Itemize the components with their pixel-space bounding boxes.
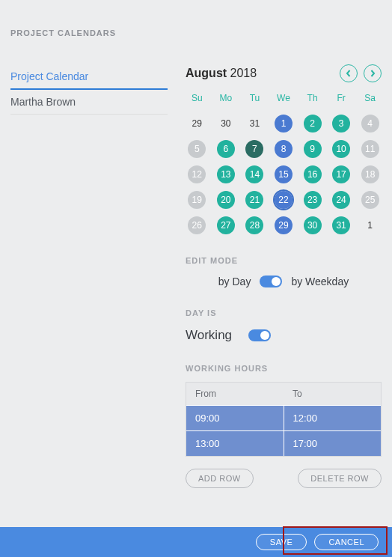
edit-mode-by-day: by Day [218,276,251,287]
table-row[interactable]: 13:0017:00 [186,430,381,456]
dow-header: Tu [243,90,266,108]
calendar-day[interactable]: 14 [243,165,266,184]
working-hours-header: From To [186,383,381,405]
calendar-day[interactable]: 11 [358,139,382,159]
calendar-grid: SuMoTuWeThFrSa29303112345678910111213141… [186,90,382,235]
calendar-day[interactable]: 12 [186,165,209,184]
calendar-year: 2018 [230,67,257,79]
calendar-month: August [186,67,227,79]
edit-mode-row: by Day by Weekday [186,276,382,287]
calendar-day[interactable]: 1 [358,216,382,235]
dow-header: Fr [330,90,353,108]
sidebar: Project CalendarMartha Brown [10,64,168,488]
calendar-day[interactable]: 25 [358,190,382,210]
calendar-day[interactable]: 9 [301,139,324,159]
chevron-right-icon [369,70,376,77]
save-button[interactable]: SAVE [256,534,307,550]
working-hours-table: From To 09:0012:0013:0017:00 [186,382,382,457]
chevron-left-icon [345,70,352,77]
edit-mode-label: EDIT MODE [186,256,382,265]
calendar-day[interactable]: 6 [215,139,238,159]
calendar-day[interactable]: 20 [215,190,238,210]
table-row[interactable]: 09:0012:00 [186,405,381,430]
footer-bar: SAVE CANCEL [0,527,392,557]
content-area: Project CalendarMartha Brown August 2018… [0,37,392,488]
calendar-day[interactable]: 3 [330,114,353,133]
wh-header-to: To [284,383,381,405]
calendar-title: August 2018 [186,67,257,80]
delete-row-button[interactable]: DELETE ROW [298,469,382,488]
dow-header: Su [186,90,209,108]
calendar-day[interactable]: 13 [215,165,238,184]
wh-from[interactable]: 13:00 [186,430,284,456]
sidebar-item-0[interactable]: Project Calendar [10,64,168,90]
dow-header: Mo [215,90,238,108]
calendar-day[interactable]: 5 [186,139,209,159]
calendar-day[interactable]: 16 [301,165,324,184]
main-panel: August 2018 SuMoTuWeThFrSa29303112345678… [168,64,382,488]
working-hours-buttons: ADD ROW DELETE ROW [186,469,382,488]
edit-mode-by-weekday: by Weekday [291,276,349,287]
dow-header: Sa [358,90,382,108]
calendar-day[interactable]: 30 [215,114,238,133]
wh-to[interactable]: 12:00 [284,405,382,430]
prev-month-button[interactable] [340,64,358,82]
calendar-day[interactable]: 19 [186,190,209,210]
wh-to[interactable]: 17:00 [284,430,382,456]
dow-header: Th [301,90,324,108]
day-is-row: Working [186,328,382,343]
dow-header: We [272,90,295,108]
page-title: PROJECT CALENDARS [0,0,392,37]
calendar-day[interactable]: 10 [330,139,353,159]
calendar-day[interactable]: 23 [301,190,324,210]
sidebar-item-1[interactable]: Martha Brown [10,90,168,115]
calendar-day[interactable]: 27 [215,216,238,235]
calendar-day[interactable]: 31 [330,216,353,235]
calendar-day[interactable]: 1 [272,114,295,133]
calendar-header: August 2018 [186,64,382,82]
calendar-day[interactable]: 24 [330,190,353,210]
edit-mode-toggle[interactable] [260,276,282,287]
calendar-day[interactable]: 21 [243,190,266,210]
wh-header-from: From [186,383,284,405]
wh-from[interactable]: 09:00 [186,405,284,430]
calendar-day[interactable]: 29 [186,114,209,133]
calendar-day[interactable]: 31 [243,114,266,133]
calendar-day[interactable]: 29 [272,216,295,235]
calendar-nav [340,64,382,82]
calendar-day[interactable]: 18 [358,165,382,184]
calendar-day[interactable]: 8 [272,139,295,159]
calendar-day[interactable]: 28 [243,216,266,235]
calendar-day[interactable]: 2 [301,114,324,133]
add-row-button[interactable]: ADD ROW [186,469,254,488]
calendar-day[interactable]: 26 [186,216,209,235]
working-hours-label: WORKING HOURS [186,364,382,373]
calendar-day[interactable]: 22 [272,190,295,210]
next-month-button[interactable] [364,64,382,82]
day-is-toggle[interactable] [248,329,271,341]
calendar-day[interactable]: 7 [243,139,266,159]
calendar-day[interactable]: 30 [301,216,324,235]
day-is-value: Working [186,328,232,343]
calendar-day[interactable]: 15 [272,165,295,184]
cancel-button[interactable]: CANCEL [314,534,379,550]
calendar-day[interactable]: 4 [358,114,382,133]
calendar-day[interactable]: 17 [330,165,353,184]
day-is-label: DAY IS [186,308,382,317]
